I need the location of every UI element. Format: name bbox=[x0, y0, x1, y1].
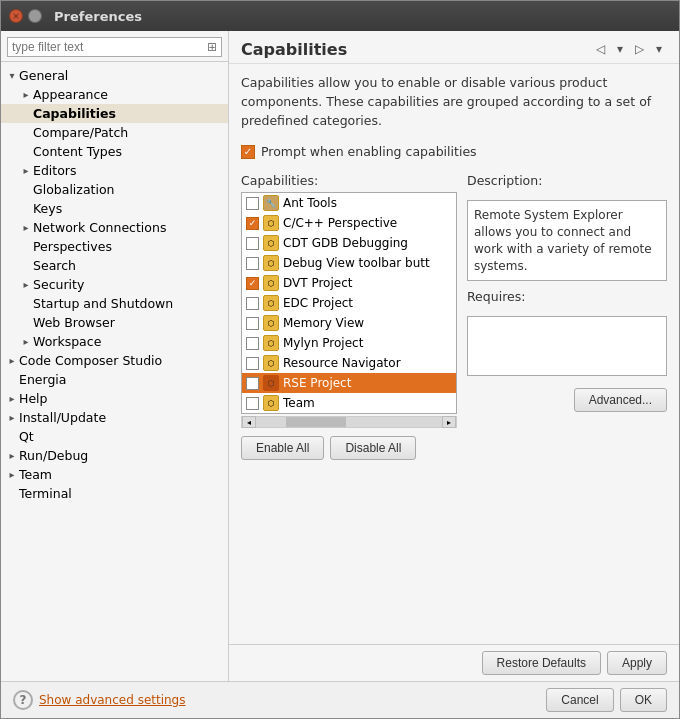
sidebar-item-web-browser[interactable]: Web Browser bbox=[1, 313, 228, 332]
sidebar-item-search[interactable]: Search bbox=[1, 256, 228, 275]
sidebar-item-appearance[interactable]: Appearance bbox=[1, 85, 228, 104]
cap-checkbox-edc-project[interactable] bbox=[246, 297, 259, 310]
sidebar-item-run-debug[interactable]: Run/Debug bbox=[1, 446, 228, 465]
filter-icon: ⊞ bbox=[207, 40, 217, 54]
sidebar-item-team[interactable]: Team bbox=[1, 465, 228, 484]
scroll-left-arrow[interactable]: ◂ bbox=[242, 416, 256, 428]
arrow-network-connections bbox=[19, 222, 33, 233]
sidebar-label-terminal: Terminal bbox=[19, 486, 72, 501]
sidebar-label-run-debug: Run/Debug bbox=[19, 448, 88, 463]
sidebar-item-keys[interactable]: Keys bbox=[1, 199, 228, 218]
capabilities-action-buttons: Enable All Disable All bbox=[241, 436, 457, 460]
show-advanced-link[interactable]: Show advanced settings bbox=[39, 693, 186, 707]
prompt-checkbox[interactable]: ✓ bbox=[241, 145, 255, 159]
cancel-button[interactable]: Cancel bbox=[546, 688, 613, 712]
description-box: Remote System Explorer allows you to con… bbox=[467, 200, 667, 281]
cap-checkbox-mylyn-project[interactable] bbox=[246, 337, 259, 350]
horizontal-scrollbar[interactable]: ◂ ▸ bbox=[241, 416, 457, 428]
cap-checkbox-cdt-gdb[interactable] bbox=[246, 237, 259, 250]
sidebar-item-workspace[interactable]: Workspace bbox=[1, 332, 228, 351]
cap-icon-rse-project: ⬡ bbox=[263, 375, 279, 391]
sidebar-label-install-update: Install/Update bbox=[19, 410, 106, 425]
cap-checkbox-cpp-perspective[interactable]: ✓ bbox=[246, 217, 259, 230]
sidebar-label-search: Search bbox=[33, 258, 76, 273]
capabilities-list[interactable]: 🔧 Ant Tools ✓ ⬡ C/C++ Perspective bbox=[241, 192, 457, 414]
cap-checkbox-dvt-project[interactable]: ✓ bbox=[246, 277, 259, 290]
cap-label-team: Team bbox=[283, 396, 315, 410]
restore-defaults-button[interactable]: Restore Defaults bbox=[482, 651, 601, 675]
cap-checkbox-debug-view[interactable] bbox=[246, 257, 259, 270]
help-icon[interactable]: ? bbox=[13, 690, 33, 710]
sidebar-item-help[interactable]: Help bbox=[1, 389, 228, 408]
cap-item-memory-view[interactable]: ⬡ Memory View bbox=[242, 313, 456, 333]
cap-item-edc-project[interactable]: ⬡ EDC Project bbox=[242, 293, 456, 313]
filter-input-wrap: ⊞ bbox=[7, 37, 222, 57]
filter-input[interactable] bbox=[12, 40, 207, 54]
cap-label-rse-project: RSE Project bbox=[283, 376, 351, 390]
sidebar-item-install-update[interactable]: Install/Update bbox=[1, 408, 228, 427]
sidebar-item-network-connections[interactable]: Network Connections bbox=[1, 218, 228, 237]
cap-item-resource-navigator[interactable]: ⬡ Resource Navigator bbox=[242, 353, 456, 373]
cap-item-rse-project[interactable]: ⬡ RSE Project bbox=[242, 373, 456, 393]
capabilities-area: Capabilities: 🔧 Ant Tools ✓ ⬡ bbox=[241, 173, 667, 460]
disable-all-button[interactable]: Disable All bbox=[330, 436, 416, 460]
cap-item-debug-view[interactable]: ⬡ Debug View toolbar butt bbox=[242, 253, 456, 273]
nav-forward-dropdown-button[interactable]: ▾ bbox=[651, 39, 667, 59]
sidebar-item-editors[interactable]: Editors bbox=[1, 161, 228, 180]
capabilities-list-label: Capabilities: bbox=[241, 173, 457, 188]
sidebar-item-startup-shutdown[interactable]: Startup and Shutdown bbox=[1, 294, 228, 313]
filter-box: ⊞ bbox=[1, 31, 228, 62]
sidebar-label-capabilities: Capabilities bbox=[33, 106, 116, 121]
requires-label: Requires: bbox=[467, 289, 667, 304]
cap-item-team[interactable]: ⬡ Team bbox=[242, 393, 456, 413]
cap-item-ant-tools[interactable]: 🔧 Ant Tools bbox=[242, 193, 456, 213]
advanced-button[interactable]: Advanced... bbox=[574, 388, 667, 412]
cap-icon-dvt-project: ⬡ bbox=[263, 275, 279, 291]
enable-all-button[interactable]: Enable All bbox=[241, 436, 324, 460]
cap-item-dvt-project[interactable]: ✓ ⬡ DVT Project bbox=[242, 273, 456, 293]
sidebar-item-energia[interactable]: Energia bbox=[1, 370, 228, 389]
apply-button[interactable]: Apply bbox=[607, 651, 667, 675]
cap-checkbox-resource-navigator[interactable] bbox=[246, 357, 259, 370]
content-body: Capabilities allow you to enable or disa… bbox=[229, 64, 679, 644]
close-button[interactable]: × bbox=[9, 9, 23, 23]
nav-back-dropdown-button[interactable]: ▾ bbox=[612, 39, 628, 59]
cap-label-memory-view: Memory View bbox=[283, 316, 364, 330]
sidebar-item-content-types[interactable]: Content Types bbox=[1, 142, 228, 161]
cap-checkbox-team[interactable] bbox=[246, 397, 259, 410]
sidebar-item-qt[interactable]: Qt bbox=[1, 427, 228, 446]
sidebar-item-terminal[interactable]: Terminal bbox=[1, 484, 228, 503]
nav-forward-button[interactable]: ▷ bbox=[630, 39, 649, 59]
cap-icon-cpp-perspective: ⬡ bbox=[263, 215, 279, 231]
sidebar-item-general[interactable]: General bbox=[1, 66, 228, 85]
sidebar-label-startup-shutdown: Startup and Shutdown bbox=[33, 296, 173, 311]
sidebar-label-keys: Keys bbox=[33, 201, 62, 216]
sidebar-item-perspectives[interactable]: Perspectives bbox=[1, 237, 228, 256]
scroll-right-arrow[interactable]: ▸ bbox=[442, 416, 456, 428]
sidebar-label-workspace: Workspace bbox=[33, 334, 101, 349]
sidebar-label-general: General bbox=[19, 68, 68, 83]
nav-back-button[interactable]: ◁ bbox=[591, 39, 610, 59]
footer-buttons: Cancel OK bbox=[546, 688, 667, 712]
cap-item-mylyn-project[interactable]: ⬡ Mylyn Project bbox=[242, 333, 456, 353]
sidebar-label-compare-patch: Compare/Patch bbox=[33, 125, 128, 140]
cap-checkbox-ant-tools[interactable] bbox=[246, 197, 259, 210]
cap-checkbox-rse-project[interactable] bbox=[246, 377, 259, 390]
cap-item-cpp-perspective[interactable]: ✓ ⬡ C/C++ Perspective bbox=[242, 213, 456, 233]
cap-label-ant-tools: Ant Tools bbox=[283, 196, 337, 210]
cap-icon-memory-view: ⬡ bbox=[263, 315, 279, 331]
minimize-button[interactable] bbox=[28, 9, 42, 23]
sidebar-item-globalization[interactable]: Globalization bbox=[1, 180, 228, 199]
sidebar-item-compare-patch[interactable]: Compare/Patch bbox=[1, 123, 228, 142]
cap-icon-resource-navigator: ⬡ bbox=[263, 355, 279, 371]
scroll-thumb[interactable] bbox=[286, 417, 346, 427]
ok-button[interactable]: OK bbox=[620, 688, 667, 712]
sidebar-item-code-composer[interactable]: Code Composer Studio bbox=[1, 351, 228, 370]
scroll-track[interactable] bbox=[256, 417, 442, 427]
cap-item-cdt-gdb[interactable]: ⬡ CDT GDB Debugging bbox=[242, 233, 456, 253]
cap-checkbox-memory-view[interactable] bbox=[246, 317, 259, 330]
sidebar-item-capabilities[interactable]: Capabilities bbox=[1, 104, 228, 123]
cap-label-dvt-project: DVT Project bbox=[283, 276, 352, 290]
sidebar-item-security[interactable]: Security bbox=[1, 275, 228, 294]
cap-icon-team: ⬡ bbox=[263, 395, 279, 411]
